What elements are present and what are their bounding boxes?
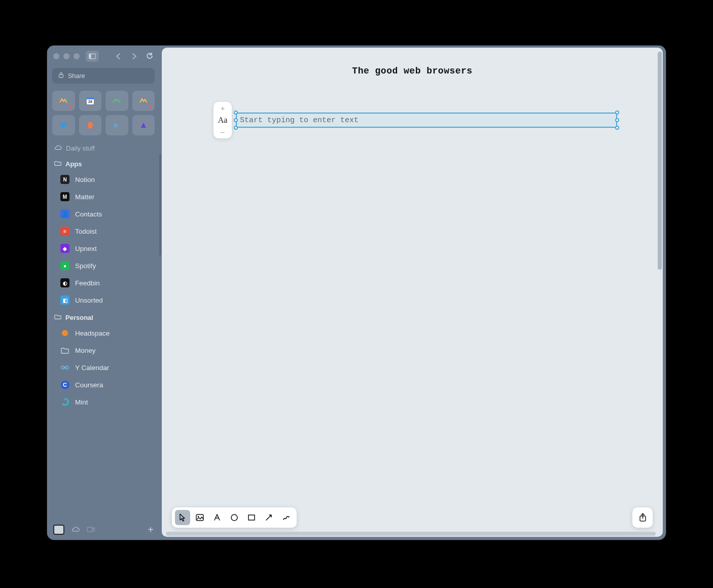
app-icon <box>60 363 69 372</box>
image-tool[interactable] <box>192 510 207 525</box>
resize-handle-bl[interactable] <box>234 126 238 130</box>
text-size-panel: + Aa – <box>213 102 232 138</box>
close-dot[interactable] <box>53 53 59 59</box>
app-icon: ◧ <box>60 296 69 305</box>
sidebar-item-matter[interactable]: MMatter <box>47 188 160 205</box>
resize-handle-tr[interactable] <box>615 111 619 115</box>
app-icon: ● <box>60 261 69 270</box>
circle-tool[interactable] <box>227 510 242 525</box>
sidebar: Share 28 Daily stuff Apps NNotionMMatter… <box>47 46 160 540</box>
sidebar-item-mint[interactable]: Mint <box>47 393 160 411</box>
canvas-scrollbar-h[interactable] <box>166 532 656 536</box>
resize-handle-tl[interactable] <box>234 111 238 115</box>
sidebar-item-contacts[interactable]: 👤Contacts <box>47 205 160 223</box>
decrease-size-button[interactable]: – <box>221 128 225 135</box>
svg-rect-5 <box>87 97 94 99</box>
app-window: Share 28 Daily stuff Apps NNotionMMatter… <box>47 46 666 540</box>
svg-point-18 <box>231 514 237 521</box>
forward-button[interactable] <box>128 51 140 61</box>
app-icon: ◐ <box>60 278 69 287</box>
section-daily-label: Daily stuff <box>66 144 95 152</box>
section-apps-label: Apps <box>65 160 82 168</box>
sidebar-item-label: Upnext <box>75 245 97 252</box>
svg-rect-11 <box>114 126 117 127</box>
folder-icon <box>54 314 61 321</box>
sidebar-item-upnext[interactable]: ◆Upnext <box>47 240 160 257</box>
pinned-tile-4[interactable] <box>132 91 155 111</box>
app-icon: ≡ <box>60 227 69 236</box>
reload-button[interactable] <box>144 51 156 61</box>
svg-rect-19 <box>248 515 255 520</box>
sidebar-item-label: Feedbin <box>75 279 100 287</box>
sidebar-item-label: Todoist <box>75 228 97 235</box>
app-icon: ◆ <box>60 244 69 253</box>
text-style-label[interactable]: Aa <box>218 116 228 125</box>
document-title[interactable]: The good web browsers <box>162 66 663 76</box>
pinned-tile-8[interactable] <box>132 115 155 135</box>
sidebar-toggle[interactable] <box>86 51 99 62</box>
back-button[interactable] <box>113 51 125 61</box>
app-icon: C <box>60 380 69 389</box>
sidebar-item-money[interactable]: Money <box>47 342 160 359</box>
section-personal-label: Personal <box>65 314 93 321</box>
minimize-dot[interactable] <box>63 53 69 59</box>
resize-handle-br[interactable] <box>615 126 619 130</box>
pinned-tiles: 28 <box>47 88 160 139</box>
rect-tool[interactable] <box>244 510 259 525</box>
video-icon[interactable] <box>87 526 95 534</box>
sidebar-item-label: Y Calendar <box>75 364 109 372</box>
pinned-tile-2[interactable]: 28 <box>79 91 102 111</box>
resize-handle-mr[interactable] <box>615 118 619 122</box>
sidebar-item-label: Contacts <box>75 210 102 218</box>
zoom-dot[interactable] <box>74 53 80 59</box>
draw-tool[interactable] <box>278 510 294 525</box>
select-tool[interactable] <box>175 510 190 525</box>
section-daily[interactable]: Daily stuff <box>47 139 160 155</box>
canvas-scrollbar-v[interactable] <box>658 52 662 270</box>
export-button[interactable] <box>632 507 653 528</box>
section-personal[interactable]: Personal <box>47 309 160 324</box>
sidebar-item-label: Spotify <box>75 262 96 270</box>
sidebar-item-feedbin[interactable]: ◐Feedbin <box>47 274 160 291</box>
pinned-tile-1[interactable] <box>52 91 75 111</box>
lock-icon <box>58 72 64 80</box>
app-icon <box>60 397 69 407</box>
svg-rect-1 <box>89 54 91 59</box>
pinned-tile-7[interactable] <box>105 115 128 135</box>
sidebar-item-unsorted[interactable]: ◧Unsorted <box>47 291 160 309</box>
canvas-toolbar <box>172 507 297 528</box>
svg-text:28: 28 <box>88 100 92 103</box>
pinned-tile-5[interactable] <box>52 115 75 135</box>
sidebar-item-spotify[interactable]: ●Spotify <box>47 257 160 274</box>
sidebar-item-label: Unsorted <box>75 297 103 304</box>
folder-icon <box>54 160 61 168</box>
text-input-box[interactable]: Start typing to enter text <box>236 113 617 128</box>
cloud-sync-icon[interactable] <box>72 526 80 534</box>
pinned-tile-6[interactable] <box>79 115 102 135</box>
sidebar-item-coursera[interactable]: CCoursera <box>47 376 160 393</box>
sidebar-item-notion[interactable]: NNotion <box>47 171 160 188</box>
app-icon: N <box>60 175 69 184</box>
svg-rect-2 <box>59 75 63 78</box>
sidebar-item-todoist[interactable]: ≡Todoist <box>47 223 160 240</box>
library-button[interactable] <box>53 525 64 535</box>
share-pill[interactable]: Share <box>52 68 155 84</box>
text-placeholder: Start typing to enter text <box>240 116 359 125</box>
text-tool[interactable] <box>209 510 225 525</box>
svg-rect-15 <box>87 527 92 532</box>
canvas-container: The good web browsers + Aa – Start typin… <box>160 46 666 540</box>
window-controls <box>53 53 80 59</box>
app-icon <box>60 346 69 355</box>
arrow-tool[interactable] <box>261 510 276 525</box>
section-apps[interactable]: Apps <box>47 155 160 171</box>
easel-canvas[interactable]: The good web browsers + Aa – Start typin… <box>162 48 663 537</box>
sidebar-item-headspace[interactable]: Headspace <box>47 324 160 342</box>
resize-handle-ml[interactable] <box>234 118 238 122</box>
sidebar-item-y-calendar[interactable]: Y Calendar <box>47 359 160 376</box>
cloud-icon <box>54 144 62 152</box>
svg-point-3 <box>60 102 62 104</box>
new-tab-button[interactable]: + <box>148 524 154 536</box>
increase-size-button[interactable]: + <box>221 105 225 112</box>
sidebar-item-label: Notion <box>75 176 95 183</box>
pinned-tile-3[interactable] <box>105 91 128 111</box>
